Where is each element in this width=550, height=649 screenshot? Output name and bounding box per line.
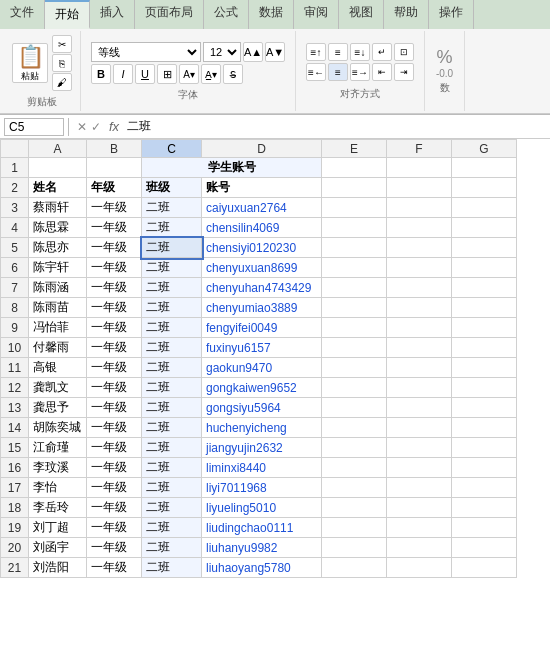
row-header-4[interactable]: 4 — [1, 218, 29, 238]
cell-6-c[interactable]: 二班 — [142, 258, 202, 278]
cell-1-a[interactable] — [29, 158, 87, 178]
row-header-19[interactable]: 19 — [1, 518, 29, 538]
row-header-9[interactable]: 9 — [1, 318, 29, 338]
cell-18-a[interactable]: 李岳玲 — [29, 498, 87, 518]
cell-19-g[interactable] — [452, 518, 517, 538]
row-header-11[interactable]: 11 — [1, 358, 29, 378]
cell-21-d[interactable]: liuhaoyang5780 — [202, 558, 322, 578]
italic-button[interactable]: I — [113, 64, 133, 84]
cell-1-f[interactable] — [387, 158, 452, 178]
align-middle-button[interactable]: ≡ — [328, 43, 348, 61]
cell-8-c[interactable]: 二班 — [142, 298, 202, 318]
cell-11-g[interactable] — [452, 358, 517, 378]
cell-2-g[interactable] — [452, 178, 517, 198]
cell-10-f[interactable] — [387, 338, 452, 358]
cell-21-a[interactable]: 刘浩阳 — [29, 558, 87, 578]
cell-17-e[interactable] — [322, 478, 387, 498]
cell-9-b[interactable]: 一年级 — [87, 318, 142, 338]
increase-font-button[interactable]: A▲ — [243, 42, 263, 62]
wrap-text-button[interactable]: ↵ — [372, 43, 392, 61]
cell-1-e[interactable] — [322, 158, 387, 178]
cell-12-d[interactable]: gongkaiwen9652 — [202, 378, 322, 398]
cell-20-b[interactable]: 一年级 — [87, 538, 142, 558]
cell-12-b[interactable]: 一年级 — [87, 378, 142, 398]
cell-10-e[interactable] — [322, 338, 387, 358]
cell-11-d[interactable]: gaokun9470 — [202, 358, 322, 378]
increase-indent-button[interactable]: ⇥ — [394, 63, 414, 81]
cancel-formula-icon[interactable]: ✕ — [77, 120, 87, 134]
cell-8-g[interactable] — [452, 298, 517, 318]
cell-15-a[interactable]: 江俞瑾 — [29, 438, 87, 458]
cell-19-c[interactable]: 二班 — [142, 518, 202, 538]
row-header-5[interactable]: 5 — [1, 238, 29, 258]
cell-8-b[interactable]: 一年级 — [87, 298, 142, 318]
cell-18-c[interactable]: 二班 — [142, 498, 202, 518]
cell-3-d[interactable]: caiyuxuan2764 — [202, 198, 322, 218]
cell-10-b[interactable]: 一年级 — [87, 338, 142, 358]
cell-9-c[interactable]: 二班 — [142, 318, 202, 338]
cell-2-b[interactable]: 年级 — [87, 178, 142, 198]
col-header-a[interactable]: A — [29, 140, 87, 158]
cell-20-a[interactable]: 刘函宇 — [29, 538, 87, 558]
row-header-10[interactable]: 10 — [1, 338, 29, 358]
row-header-3[interactable]: 3 — [1, 198, 29, 218]
cell-12-g[interactable] — [452, 378, 517, 398]
cell-19-f[interactable] — [387, 518, 452, 538]
row-header-14[interactable]: 14 — [1, 418, 29, 438]
col-header-d[interactable]: D — [202, 140, 322, 158]
cell-19-d[interactable]: liudingchao0111 — [202, 518, 322, 538]
copy-button[interactable]: ⎘ — [52, 54, 72, 72]
tab-insert[interactable]: 插入 — [90, 0, 135, 29]
align-bottom-button[interactable]: ≡↓ — [350, 43, 370, 61]
cell-4-e[interactable] — [322, 218, 387, 238]
cell-19-b[interactable]: 一年级 — [87, 518, 142, 538]
cell-7-b[interactable]: 一年级 — [87, 278, 142, 298]
font-name-dropdown[interactable]: 等线 — [91, 42, 201, 62]
col-header-b[interactable]: B — [87, 140, 142, 158]
cell-5-g[interactable] — [452, 238, 517, 258]
cell-18-g[interactable] — [452, 498, 517, 518]
underline-button[interactable]: U — [135, 64, 155, 84]
tab-file[interactable]: 文件 — [0, 0, 45, 29]
cell-3-b[interactable]: 一年级 — [87, 198, 142, 218]
row-header-12[interactable]: 12 — [1, 378, 29, 398]
tab-help[interactable]: 帮助 — [384, 0, 429, 29]
cell-5-c[interactable]: 二班 — [142, 238, 202, 258]
cell-20-g[interactable] — [452, 538, 517, 558]
col-header-e[interactable]: E — [322, 140, 387, 158]
cell-5-e[interactable] — [322, 238, 387, 258]
col-header-g[interactable]: G — [452, 140, 517, 158]
row-header-7[interactable]: 7 — [1, 278, 29, 298]
cell-18-d[interactable]: liyueling5010 — [202, 498, 322, 518]
row-header-13[interactable]: 13 — [1, 398, 29, 418]
formula-input[interactable] — [123, 118, 546, 136]
cell-13-d[interactable]: gongsiyu5964 — [202, 398, 322, 418]
cell-21-b[interactable]: 一年级 — [87, 558, 142, 578]
cell-15-b[interactable]: 一年级 — [87, 438, 142, 458]
align-right-button[interactable]: ≡→ — [350, 63, 370, 81]
cell-11-b[interactable]: 一年级 — [87, 358, 142, 378]
cell-7-a[interactable]: 陈雨涵 — [29, 278, 87, 298]
cell-10-a[interactable]: 付馨雨 — [29, 338, 87, 358]
cell-8-a[interactable]: 陈雨苗 — [29, 298, 87, 318]
cell-16-g[interactable] — [452, 458, 517, 478]
row-header-21[interactable]: 21 — [1, 558, 29, 578]
cell-15-d[interactable]: jiangyujin2632 — [202, 438, 322, 458]
cell-16-e[interactable] — [322, 458, 387, 478]
cell-4-c[interactable]: 二班 — [142, 218, 202, 238]
row-header-1[interactable]: 1 — [1, 158, 29, 178]
strikethrough-button[interactable]: S̶ — [223, 64, 243, 84]
cell-4-g[interactable] — [452, 218, 517, 238]
cell-21-f[interactable] — [387, 558, 452, 578]
cell-11-a[interactable]: 高银 — [29, 358, 87, 378]
cell-2-d[interactable]: 账号 — [202, 178, 322, 198]
col-header-c[interactable]: C — [142, 140, 202, 158]
cell-3-g[interactable] — [452, 198, 517, 218]
cell-15-g[interactable] — [452, 438, 517, 458]
cell-21-g[interactable] — [452, 558, 517, 578]
cell-8-d[interactable]: chenyumiao3889 — [202, 298, 322, 318]
col-header-f[interactable]: F — [387, 140, 452, 158]
cell-12-f[interactable] — [387, 378, 452, 398]
align-top-button[interactable]: ≡↑ — [306, 43, 326, 61]
font-size-dropdown[interactable]: 12 — [203, 42, 241, 62]
